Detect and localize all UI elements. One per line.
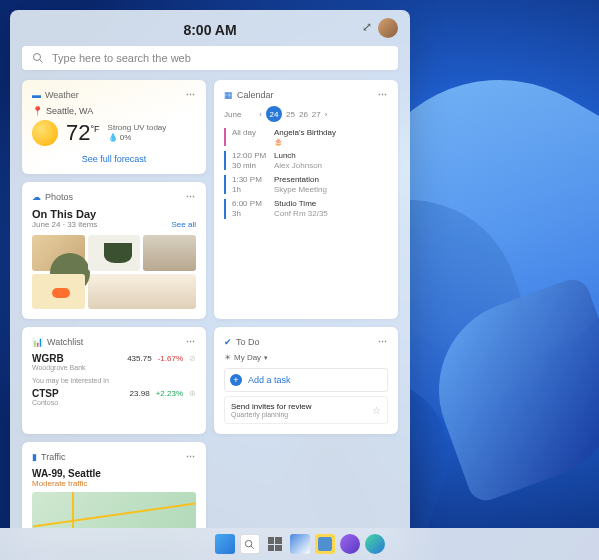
weather-temp: 72°F	[66, 120, 100, 146]
traffic-icon: ▮	[32, 452, 37, 462]
explorer-button[interactable]	[315, 534, 335, 554]
chevron-left-icon[interactable]: ‹	[259, 110, 262, 119]
forecast-link[interactable]: See full forecast	[32, 154, 196, 164]
chevron-right-icon[interactable]: ›	[325, 110, 328, 119]
watchlist-icon: 📊	[32, 337, 43, 347]
search-input[interactable]: Type here to search the web	[22, 46, 398, 70]
calendar-day-selected[interactable]: 24	[266, 106, 282, 122]
watchlist-card[interactable]: 📊Watchlist ⋯ WGRB435.75-1.67%⊘ Woodgrove…	[22, 327, 206, 434]
see-all-link[interactable]: See all	[172, 220, 196, 229]
calendar-card[interactable]: ▦Calendar ⋯ June ‹ 24 25 26 27 › All day…	[214, 80, 398, 319]
calendar-days: June ‹ 24 25 26 27 ›	[224, 106, 388, 122]
calendar-event[interactable]: 12:00 PM30 minLunchAlex Johnson	[224, 151, 388, 170]
star-icon[interactable]: ☆	[372, 405, 381, 416]
calendar-day[interactable]: 26	[299, 110, 308, 119]
more-icon[interactable]: ⋯	[186, 192, 196, 202]
user-avatar[interactable]	[378, 18, 398, 38]
weather-location: 📍Seattle, WA	[32, 106, 196, 116]
calendar-event[interactable]: 1:30 PM1hPresentationSkype Meeting	[224, 175, 388, 194]
svg-line-3	[251, 545, 254, 548]
search-icon	[32, 52, 44, 64]
calendar-icon: ▦	[224, 90, 233, 100]
stock-row[interactable]: WGRB435.75-1.67%⊘ Woodgrove Bank	[32, 353, 196, 371]
app-button[interactable]	[340, 534, 360, 554]
stock-row[interactable]: CTSP23.98+2.23%⊕ Contoso	[32, 388, 196, 406]
photo-grid	[32, 235, 196, 309]
panel-time: 8:00 AM	[183, 22, 236, 38]
expand-icon[interactable]: ⤢	[362, 20, 372, 34]
weather-card[interactable]: ▬Weather ⋯ 📍Seattle, WA 72°F Strong UV t…	[22, 80, 206, 174]
traffic-card[interactable]: ▮Traffic ⋯ WA-99, Seattle Moderate traff…	[22, 442, 206, 540]
photo-thumbnail[interactable]	[143, 235, 196, 271]
calendar-event[interactable]: 6:00 PM3hStudio TimeConf Rm 32/35	[224, 199, 388, 218]
calendar-day[interactable]: 25	[286, 110, 295, 119]
search-placeholder: Type here to search the web	[52, 52, 191, 64]
more-icon[interactable]: ⋯	[186, 452, 196, 462]
more-icon[interactable]: ⋯	[186, 90, 196, 100]
taskbar	[0, 528, 599, 560]
todo-card[interactable]: ✔To Do ⋯ ☀My Day▾ +Add a task Send invit…	[214, 327, 398, 434]
sun-icon	[32, 120, 58, 146]
svg-line-1	[40, 60, 43, 63]
more-icon[interactable]: ⋯	[186, 337, 196, 347]
calendar-day[interactable]: 27	[312, 110, 321, 119]
calendar-event[interactable]: All dayAngela's Birthday🎂	[224, 128, 388, 146]
photos-heading: On This Day	[32, 208, 196, 220]
traffic-route: WA-99, Seattle	[32, 468, 196, 479]
more-icon[interactable]: ⋯	[378, 90, 388, 100]
svg-point-0	[34, 54, 41, 61]
traffic-status: Moderate traffic	[32, 479, 196, 488]
todo-list-name[interactable]: ☀My Day▾	[224, 353, 388, 362]
photo-thumbnail[interactable]	[88, 235, 141, 271]
widgets-button[interactable]	[290, 534, 310, 554]
todo-icon: ✔	[224, 337, 232, 347]
weather-detail: Strong UV today💧 0%	[108, 123, 167, 144]
edge-button[interactable]	[365, 534, 385, 554]
svg-point-2	[245, 540, 251, 546]
photos-card[interactable]: ☁Photos ⋯ On This Day June 24 · 33 items…	[22, 182, 206, 319]
weather-icon: ▬	[32, 90, 41, 100]
task-view-button[interactable]	[265, 534, 285, 554]
add-task-button[interactable]: +Add a task	[224, 368, 388, 392]
photo-thumbnail[interactable]	[32, 274, 85, 310]
search-button[interactable]	[240, 534, 260, 554]
task-item[interactable]: Send invites for review Quarterly planni…	[224, 396, 388, 424]
photo-thumbnail[interactable]	[32, 235, 85, 271]
photos-icon: ☁	[32, 192, 41, 202]
start-button[interactable]	[215, 534, 235, 554]
plus-icon: +	[230, 374, 242, 386]
photo-thumbnail[interactable]	[88, 274, 196, 310]
widgets-panel: 8:00 AM ⤢ Type here to search the web ▬W…	[10, 10, 410, 540]
more-icon[interactable]: ⋯	[378, 337, 388, 347]
